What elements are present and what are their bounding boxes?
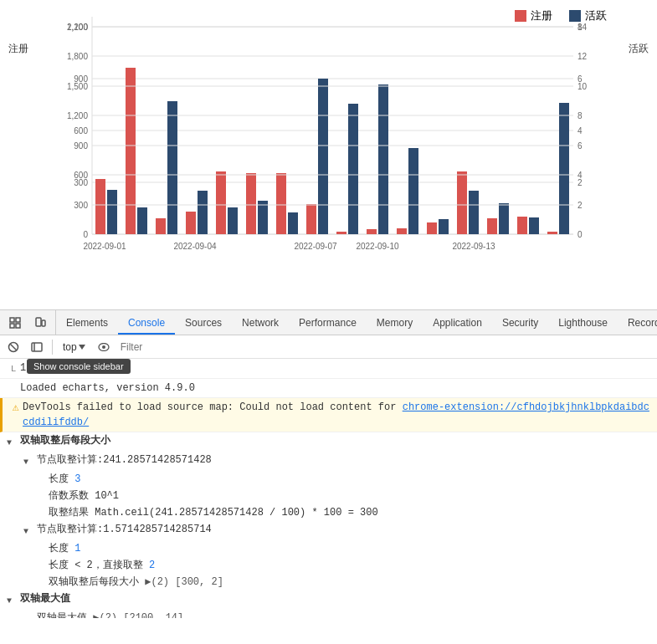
- tree-toggle-length2: [35, 541, 47, 544]
- svg-text:900: 900: [74, 141, 88, 151]
- svg-text:600: 600: [74, 126, 88, 135]
- svg-rect-47: [547, 232, 557, 234]
- svg-rect-48: [559, 103, 569, 234]
- tab-security[interactable]: Security: [492, 310, 548, 335]
- svg-rect-24: [198, 191, 208, 234]
- svg-rect-30: [288, 212, 298, 234]
- tree-toggle-length1: [35, 472, 47, 474]
- svg-text:2022-09-04: 2022-09-04: [173, 242, 217, 251]
- legend-item-dark: 活跃: [569, 8, 607, 23]
- svg-rect-33: [336, 232, 346, 234]
- tree-item-max-value[interactable]: 双轴最大值 ▶(2) [2100, 14]: [0, 610, 657, 618]
- svg-text:2,100: 2,100: [67, 23, 88, 32]
- svg-rect-41: [457, 171, 467, 234]
- y-axis-right-label: 活跃: [629, 42, 649, 56]
- tree-label-lt2: 长度 < 2，直接取整 2: [49, 558, 650, 573]
- tab-sources[interactable]: Sources: [175, 310, 232, 335]
- context-selector[interactable]: top: [58, 340, 90, 355]
- svg-text:300: 300: [74, 201, 88, 210]
- svg-text:2022-09-01: 2022-09-01: [83, 242, 126, 251]
- svg-rect-28: [258, 201, 268, 234]
- tree-toggle-factor: [35, 488, 47, 491]
- svg-rect-19: [126, 68, 136, 234]
- svg-rect-31: [306, 204, 316, 234]
- legend-label-red: 注册: [531, 8, 552, 23]
- console-output: L 1.3.0 Loaded echarts, version 4.9.0 ⚠ …: [0, 359, 657, 618]
- tree-group-node1[interactable]: ▼ 节点取整计算:241.28571428571428: [0, 452, 657, 471]
- svg-text:1,500: 1,500: [67, 82, 88, 91]
- tab-performance[interactable]: Performance: [289, 310, 367, 335]
- svg-text:2022-09-07: 2022-09-07: [294, 242, 337, 251]
- tab-recorder[interactable]: Recorde: [618, 310, 657, 335]
- tab-console[interactable]: Console: [118, 310, 175, 335]
- line-prefix-echarts: [7, 381, 20, 381]
- tree-label-result1: 取整结果 Math.ceil(241.28571428571428 / 100)…: [49, 505, 650, 520]
- tree-label-max: 双轴最大值: [20, 591, 650, 606]
- tab-lighthouse[interactable]: Lighthouse: [548, 310, 618, 335]
- device-toolbar-btn[interactable]: [28, 311, 52, 335]
- clear-console-btn[interactable]: [3, 337, 23, 357]
- svg-rect-39: [427, 222, 437, 234]
- tree-group-root[interactable]: ▼ 双轴取整后每段大小: [0, 432, 657, 452]
- separator: [52, 340, 53, 355]
- legend-dot-red: [515, 10, 526, 22]
- console-text-echarts: Loaded echarts, version 4.9.0: [20, 381, 650, 396]
- tree-item-segment-size[interactable]: 双轴取整后每段大小 ▶(2) [300, 2]: [0, 574, 657, 590]
- svg-text:0: 0: [83, 230, 88, 239]
- tree-item-factor: 倍数系数 10^1: [0, 488, 657, 504]
- show-sidebar-btn[interactable]: [27, 337, 47, 357]
- svg-text:8: 8: [577, 111, 583, 120]
- tab-memory[interactable]: Memory: [367, 310, 423, 335]
- tree-toggle-max: ▼: [7, 591, 18, 609]
- svg-text:10: 10: [577, 82, 588, 91]
- svg-rect-20: [137, 207, 147, 234]
- tab-application[interactable]: Application: [423, 310, 492, 335]
- tree-toggle-result1: [35, 505, 47, 508]
- svg-rect-22: [167, 101, 177, 234]
- tree-toggle-node1: ▼: [23, 452, 35, 470]
- svg-text:12: 12: [577, 52, 588, 61]
- show-sidebar-tooltip-text: Show console sidebar: [27, 359, 131, 374]
- svg-text:1,800: 1,800: [67, 52, 88, 61]
- svg-text:4: 4: [577, 171, 583, 180]
- devtools-warn-link[interactable]: chrome-extension://cfhdojbkjhnklbpkdaibd…: [23, 401, 649, 428]
- tree-toggle-root: ▼: [7, 433, 18, 451]
- console-toolbar: Show console sidebar top: [0, 335, 657, 359]
- svg-rect-44: [499, 203, 509, 234]
- legend-item-red: 注册: [515, 8, 552, 23]
- tree-label-factor: 倍数系数 10^1: [49, 488, 650, 503]
- tree-label-node2: 节点取整计算:1.5714285714285714: [37, 522, 650, 537]
- svg-text:14: 14: [577, 23, 588, 32]
- svg-text:4: 4: [577, 126, 583, 135]
- tree-toggle-max-value: [23, 611, 35, 613]
- tree-group-max[interactable]: ▼ 双轴最大值: [0, 590, 657, 610]
- svg-rect-78: [16, 324, 20, 328]
- tree-label-root: 双轴取整后每段大小: [20, 433, 650, 448]
- tree-toggle-lt2: [35, 558, 47, 560]
- svg-rect-83: [32, 343, 42, 351]
- svg-rect-18: [107, 190, 117, 234]
- warn-icon: ⚠: [9, 400, 23, 416]
- tab-elements[interactable]: Elements: [56, 310, 118, 335]
- svg-text:2022-09-13: 2022-09-13: [452, 242, 495, 251]
- console-eye-btn[interactable]: [94, 337, 114, 357]
- y-axis-left-label: 注册: [8, 42, 28, 56]
- tree-label-max-value: 双轴最大值 ▶(2) [2100, 14]: [37, 611, 650, 618]
- tab-network[interactable]: Network: [232, 310, 289, 335]
- inspect-element-btn[interactable]: [3, 311, 27, 335]
- svg-rect-80: [42, 320, 45, 326]
- tree-label-length2: 长度 1: [49, 541, 650, 556]
- chart-svg: 0 300 600 900 1,200 0 2 4 6 8: [59, 17, 607, 268]
- chart-legend: 注册 活跃: [515, 8, 607, 23]
- svg-text:0: 0: [577, 230, 583, 239]
- tree-group-node2[interactable]: ▼ 节点取整计算:1.5714285714285714: [0, 521, 657, 540]
- tree-item-length2: 长度 1: [0, 540, 657, 557]
- svg-rect-37: [397, 228, 407, 234]
- svg-line-82: [11, 344, 17, 350]
- svg-rect-45: [517, 217, 527, 234]
- context-label: top: [63, 341, 77, 353]
- svg-rect-36: [378, 84, 388, 234]
- console-filter-input[interactable]: [117, 339, 654, 355]
- tree-item-result1: 取整结果 Math.ceil(241.28571428571428 / 100)…: [0, 504, 657, 521]
- devtools-panel: Elements Console Sources Network Perform…: [0, 309, 657, 618]
